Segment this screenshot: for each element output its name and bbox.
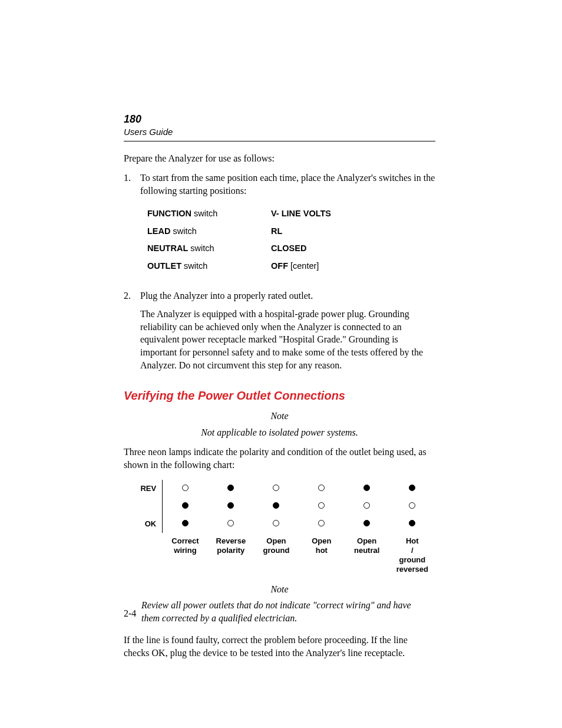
step-body: Plug the Analyzer into a properly rated … (140, 289, 435, 372)
chart-cell (344, 515, 389, 533)
lamp-off-icon (318, 485, 325, 491)
lamp-on-icon (409, 485, 415, 491)
table-row: FUNCTION switch V- LINE VOLTS (147, 205, 331, 223)
chart-column-header: Openground (253, 533, 299, 575)
lamp-chart: REVOKCorrectwiringReversepolarityOpengro… (125, 480, 435, 575)
switch-value-rest: [center] (288, 261, 319, 271)
switch-label-bold: FUNCTION (147, 209, 191, 218)
switch-value-bold: OFF (271, 261, 288, 271)
step-number: 1. (124, 172, 140, 283)
intro-text: Prepare the Analyzer for use as follows: (124, 152, 435, 165)
chart-cell (208, 498, 253, 515)
step-1: 1. To start from the same position each … (124, 172, 435, 283)
lamp-on-icon (363, 520, 370, 526)
switch-value-bold: V- LINE VOLTS (271, 209, 331, 218)
lamp-on-icon (227, 485, 234, 491)
page-number: 2-4 (124, 607, 136, 620)
lamp-off-icon (273, 520, 279, 526)
chart-cell (299, 480, 344, 498)
chart-column-header: Hot/groundreversed (389, 533, 435, 575)
lamp-off-icon (318, 520, 325, 526)
step-text: To start from the same position each tim… (140, 173, 435, 196)
chart-row-label: REV (125, 480, 163, 498)
chart-row-label: OK (125, 515, 163, 533)
switch-table: FUNCTION switch V- LINE VOLTS LEAD switc… (147, 205, 331, 275)
chart-row-label (125, 498, 163, 515)
lamp-off-icon (409, 502, 415, 509)
closing-text: If the line is found faulty, correct the… (124, 634, 435, 659)
lamp-on-icon (273, 502, 279, 509)
lamp-on-icon (182, 520, 189, 526)
chart-cell (299, 498, 344, 515)
lamp-off-icon (227, 520, 234, 526)
table-row: NEUTRAL switch CLOSED (147, 240, 331, 258)
lamp-off-icon (318, 502, 325, 509)
chart-column-header: Correctwiring (163, 533, 209, 575)
lamp-on-icon (363, 485, 370, 491)
note-body: Not applicable to isolated power systems… (124, 426, 435, 439)
chart-cell (344, 498, 389, 515)
step-number: 2. (124, 289, 140, 372)
step-body: To start from the same position each tim… (140, 172, 435, 283)
chart-intro: Three neon lamps indicate the polarity a… (124, 446, 435, 471)
note-body: Review all power outlets that do not ind… (141, 599, 418, 624)
chart-header-row: CorrectwiringReversepolarityOpengroundOp… (125, 533, 435, 575)
lamp-on-icon (409, 520, 415, 526)
chart-cell (163, 515, 209, 533)
switch-label-rest: switch (188, 243, 214, 253)
note-label: Note (124, 583, 435, 596)
lamp-on-icon (182, 502, 189, 509)
chart-column-header: Openhot (299, 533, 344, 575)
switch-value-bold: RL (271, 226, 282, 236)
chart-cell (389, 480, 435, 498)
lamp-off-icon (273, 485, 279, 491)
chart-cell (253, 498, 299, 515)
note-label: Note (124, 410, 435, 423)
table-row: OUTLET switch OFF [center] (147, 258, 331, 275)
chart-cell (208, 480, 253, 498)
step-text: Plug the Analyzer into a properly rated … (140, 291, 313, 301)
lamp-on-icon (227, 502, 234, 509)
lamp-off-icon (363, 502, 370, 509)
header-number: 180 (124, 112, 435, 126)
chart-cell (253, 480, 299, 498)
chart-blank-cell (125, 533, 163, 575)
chart-cell (299, 515, 344, 533)
steps-list: 1. To start from the same position each … (124, 172, 435, 371)
step-sub-paragraph: The Analyzer is equipped with a hospital… (140, 308, 435, 371)
page: 180 Users Guide Prepare the Analyzer for… (0, 0, 562, 728)
step-2: 2. Plug the Analyzer into a properly rat… (124, 289, 435, 372)
chart-cell (389, 498, 435, 515)
chart-cell (253, 515, 299, 533)
page-header: 180 Users Guide (124, 112, 435, 141)
switch-label-bold: NEUTRAL (147, 243, 188, 253)
switch-label-rest: switch (181, 261, 207, 271)
chart-cell (208, 515, 253, 533)
chart-row (125, 498, 435, 515)
chart-cell (163, 480, 209, 498)
switch-label-rest: switch (170, 226, 196, 236)
header-subtitle: Users Guide (124, 126, 435, 138)
switch-label-bold: LEAD (147, 226, 170, 236)
chart-cell (344, 480, 389, 498)
switch-label-rest: switch (191, 209, 217, 218)
switch-label-bold: OUTLET (147, 261, 181, 271)
section-heading: Verifying the Power Outlet Connections (124, 388, 435, 404)
lamp-off-icon (182, 485, 189, 491)
switch-value-bold: CLOSED (271, 243, 306, 253)
chart-row: REV (125, 480, 435, 498)
table-row: LEAD switch RL (147, 223, 331, 241)
chart-cell (163, 498, 209, 515)
chart-row: OK (125, 515, 435, 533)
chart-column-header: Reversepolarity (208, 533, 253, 575)
chart-cell (389, 515, 435, 533)
chart-column-header: Openneutral (344, 533, 389, 575)
